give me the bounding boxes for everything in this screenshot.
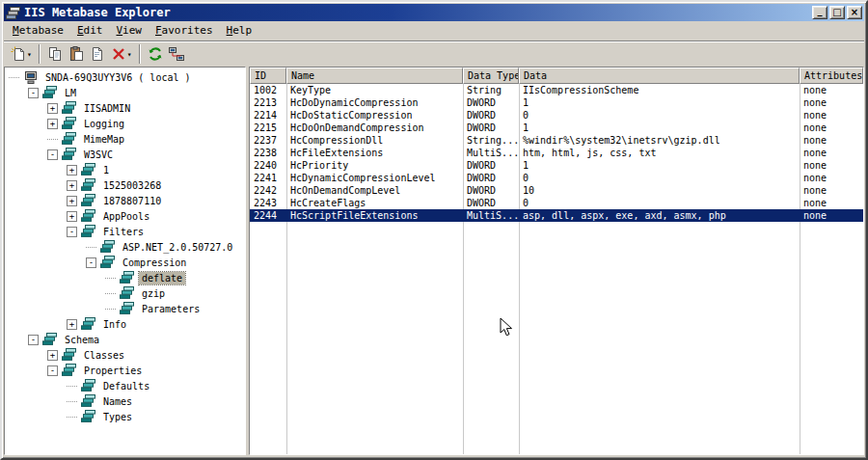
- expand-icon[interactable]: +: [47, 350, 58, 361]
- list-row-2241[interactable]: 2241HcDynamicCompressionLevelDWORD0none: [250, 172, 863, 184]
- list-row-2243[interactable]: 2243HcCreateFlagsDWORD0none: [250, 197, 863, 209]
- tree-item-snda-69q3uyy3v6-local[interactable]: SNDA-69Q3UYY3V6 ( local ): [5, 69, 245, 85]
- collapse-icon[interactable]: -: [67, 227, 77, 237]
- list-row-2213[interactable]: 2213HcDoDynamicCompressionDWORD1none: [250, 96, 863, 109]
- tree-item-1878807110[interactable]: +1878807110: [5, 193, 245, 208]
- tree-label[interactable]: 1878807110: [100, 195, 164, 207]
- tree-item-info[interactable]: +Info: [5, 316, 245, 332]
- edit-record-button[interactable]: [87, 43, 108, 65]
- cell-id: 2244: [250, 209, 286, 222]
- collapse-icon[interactable]: -: [28, 335, 39, 345]
- expand-icon[interactable]: +: [67, 211, 77, 222]
- paste-button[interactable]: [66, 43, 87, 65]
- tree-label[interactable]: Compression: [120, 257, 189, 269]
- tree-item-apppools[interactable]: +AppPools: [5, 208, 245, 224]
- expand-icon[interactable]: +: [67, 180, 77, 191]
- list-row-2244[interactable]: 2244HcScriptFileExtensionsMultiS...asp, …: [250, 209, 863, 222]
- tree-item-lm[interactable]: -LM: [5, 85, 245, 100]
- tree-label[interactable]: AppPools: [100, 210, 152, 223]
- menu-edit[interactable]: Edit: [70, 22, 110, 40]
- column-header-data[interactable]: Data: [519, 68, 800, 84]
- tree-label[interactable]: ASP.NET_2.0.50727.0: [120, 241, 235, 254]
- list-row-1002[interactable]: 1002KeyTypeStringIIsCompressionSchemenon…: [250, 84, 863, 96]
- cell-attributes: none: [800, 197, 863, 209]
- tree-label[interactable]: deflate: [139, 272, 185, 284]
- cell-id: 2238: [250, 147, 286, 159]
- dropdown-arrow-icon[interactable]: ▾: [27, 50, 32, 59]
- column-header-attributes[interactable]: Attributes: [800, 68, 863, 84]
- tree-item-1525003268[interactable]: +1525003268: [5, 177, 245, 193]
- tree-item-mimemap[interactable]: MimeMap: [5, 131, 245, 147]
- list-row-2242[interactable]: 2242HcOnDemandCompLevelDWORD10none: [250, 184, 863, 197]
- delete-button[interactable]: ▾: [108, 43, 135, 65]
- tree-item-types[interactable]: Types: [5, 409, 245, 424]
- tree-label[interactable]: gzip: [139, 287, 168, 300]
- list-row-2237[interactable]: 2237HcCompressionDllString...%windir%\sy…: [250, 134, 863, 147]
- dropdown-arrow-icon[interactable]: ▾: [127, 50, 132, 59]
- maximize-button[interactable]: □: [829, 6, 845, 19]
- expand-icon[interactable]: +: [47, 119, 58, 129]
- close-button[interactable]: ×: [847, 6, 862, 19]
- tree-item-logging[interactable]: +Logging: [5, 116, 245, 131]
- copy-button[interactable]: [44, 43, 66, 65]
- tree-label[interactable]: Logging: [81, 118, 127, 130]
- cell-name: HcPriority: [286, 159, 463, 172]
- tree-label[interactable]: IISADMIN: [81, 102, 133, 115]
- menu-view[interactable]: View: [109, 22, 149, 40]
- list-row-2214[interactable]: 2214HcDoStaticCompressionDWORD0none: [250, 109, 863, 122]
- column-header-name[interactable]: Name: [286, 68, 463, 84]
- tree-item-gzip[interactable]: gzip: [5, 285, 245, 301]
- tree-label[interactable]: Names: [100, 395, 135, 408]
- tree-label[interactable]: Defaults: [100, 380, 152, 392]
- column-header-data-type[interactable]: Data Type: [463, 68, 519, 84]
- tree-item-filters[interactable]: -Filters: [5, 224, 245, 239]
- tree-label[interactable]: LM: [62, 87, 79, 99]
- tree-label[interactable]: 1525003268: [100, 179, 164, 192]
- tree-item-classes[interactable]: +Classes: [5, 347, 245, 363]
- tree-label[interactable]: SNDA-69Q3UYY3V6 ( local ): [42, 71, 194, 84]
- tree-item-properties[interactable]: -Properties: [5, 363, 245, 378]
- tree-item-compression[interactable]: -Compression: [5, 255, 245, 270]
- tree-label[interactable]: Types: [100, 411, 135, 423]
- list-row-2240[interactable]: 2240HcPriorityDWORD1none: [250, 159, 863, 172]
- refresh-button[interactable]: [145, 43, 166, 65]
- tree-label[interactable]: Schema: [62, 334, 102, 346]
- minimize-button[interactable]: _: [812, 6, 827, 19]
- new-record-button[interactable]: ▾: [8, 43, 35, 65]
- collapse-icon[interactable]: -: [28, 88, 39, 98]
- tree-item-schema[interactable]: -Schema: [5, 332, 245, 347]
- titlebar[interactable]: IIS Metabase Explorer _ □ ×: [4, 4, 864, 21]
- tree-item-deflate[interactable]: deflate: [5, 270, 245, 285]
- tree-item-iisadmin[interactable]: +IISADMIN: [5, 100, 245, 116]
- tree-label[interactable]: Classes: [81, 349, 127, 362]
- tree-item-parameters[interactable]: Parameters: [5, 301, 245, 316]
- tree-item-1[interactable]: +1: [5, 162, 245, 177]
- menu-help[interactable]: Help: [220, 22, 259, 40]
- menu-metabase[interactable]: Metabase: [6, 22, 70, 40]
- menu-favorites[interactable]: Favorites: [149, 22, 220, 40]
- tree-label[interactable]: Filters: [100, 226, 147, 238]
- collapse-icon[interactable]: -: [47, 365, 58, 376]
- tree-item-w3svc[interactable]: -W3SVC: [5, 147, 245, 162]
- list-row-2215[interactable]: 2215HcDoOnDemandCompressionDWORD1none: [250, 122, 863, 134]
- list-row-2238[interactable]: 2238HcFileExtensionsMultiS...htm, html, …: [250, 147, 863, 159]
- expand-icon[interactable]: +: [67, 319, 77, 330]
- db-icon: [81, 394, 96, 408]
- tree-item-asp-net-2-0-50727-0[interactable]: ASP.NET_2.0.50727.0: [5, 239, 245, 255]
- column-header-id[interactable]: ID: [250, 68, 286, 84]
- expand-icon[interactable]: +: [47, 103, 58, 114]
- collapse-icon[interactable]: -: [47, 149, 58, 160]
- tree-label[interactable]: Info: [100, 318, 129, 331]
- connect-button[interactable]: [166, 43, 187, 65]
- tree-label[interactable]: 1: [100, 164, 112, 176]
- cell-name: HcDynamicCompressionLevel: [286, 172, 463, 184]
- tree-item-names[interactable]: Names: [5, 393, 245, 409]
- expand-icon[interactable]: +: [67, 196, 77, 206]
- tree-label[interactable]: MimeMap: [81, 133, 127, 146]
- collapse-icon[interactable]: -: [86, 257, 96, 268]
- tree-item-defaults[interactable]: Defaults: [5, 378, 245, 393]
- tree-label[interactable]: Parameters: [139, 303, 203, 315]
- tree-label[interactable]: Properties: [81, 365, 145, 377]
- expand-icon[interactable]: +: [67, 165, 77, 176]
- tree-label[interactable]: W3SVC: [81, 149, 116, 161]
